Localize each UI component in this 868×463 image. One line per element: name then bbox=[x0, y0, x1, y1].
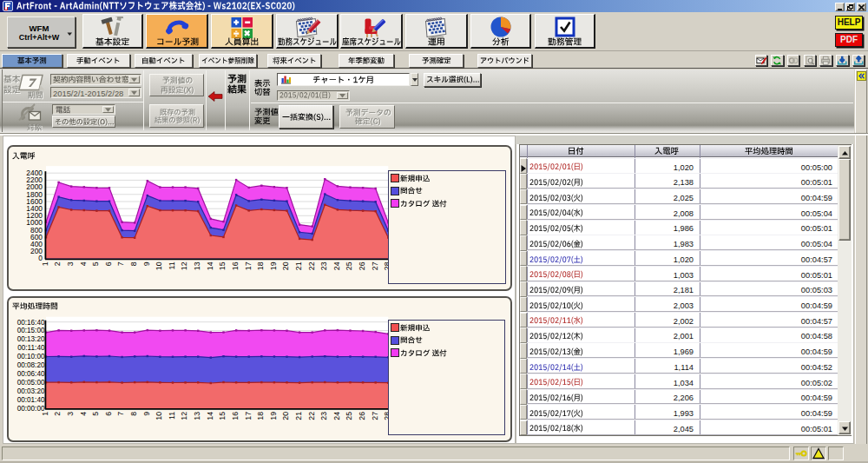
svg-text:8: 8 bbox=[129, 412, 138, 416]
svg-text:13: 13 bbox=[193, 412, 201, 420]
svg-text:00:16:40: 00:16:40 bbox=[17, 319, 45, 327]
svg-text:15: 15 bbox=[218, 412, 227, 420]
svg-text:11: 11 bbox=[168, 412, 176, 420]
svg-text:00:15:00: 00:15:00 bbox=[17, 327, 45, 334]
svg-text:23: 23 bbox=[319, 412, 328, 420]
svg-text:00:13:20: 00:13:20 bbox=[17, 335, 45, 343]
svg-text:12: 12 bbox=[180, 412, 188, 420]
svg-text:00:11:40: 00:11:40 bbox=[17, 344, 45, 352]
svg-text:3: 3 bbox=[66, 412, 75, 416]
svg-text:16: 16 bbox=[231, 412, 240, 420]
svg-text:26: 26 bbox=[358, 412, 366, 420]
svg-text:24: 24 bbox=[332, 412, 341, 420]
svg-text:19: 19 bbox=[269, 412, 278, 420]
svg-text:00:06:40: 00:06:40 bbox=[17, 370, 45, 378]
svg-text:2: 2 bbox=[53, 412, 62, 416]
svg-text:6: 6 bbox=[104, 412, 113, 416]
svg-text:17: 17 bbox=[244, 412, 253, 420]
svg-text:4: 4 bbox=[79, 412, 88, 416]
svg-text:00:05:00: 00:05:00 bbox=[17, 379, 45, 387]
svg-text:00:08:20: 00:08:20 bbox=[17, 361, 45, 369]
svg-text:18: 18 bbox=[256, 412, 265, 420]
svg-text:00:01:40: 00:01:40 bbox=[17, 396, 45, 404]
svg-text:27: 27 bbox=[371, 412, 379, 420]
svg-text:25: 25 bbox=[345, 412, 353, 420]
svg-text:9: 9 bbox=[142, 412, 151, 416]
svg-text:00:10:00: 00:10:00 bbox=[17, 353, 45, 360]
svg-text:20: 20 bbox=[281, 412, 290, 420]
svg-text:7: 7 bbox=[116, 412, 125, 416]
svg-text:5: 5 bbox=[91, 412, 100, 416]
svg-text:22: 22 bbox=[307, 412, 316, 420]
svg-text:1: 1 bbox=[41, 412, 49, 416]
svg-text:21: 21 bbox=[294, 412, 303, 420]
svg-text:10: 10 bbox=[155, 412, 163, 420]
svg-text:00:00:00: 00:00:00 bbox=[17, 405, 45, 413]
svg-text:00:03:20: 00:03:20 bbox=[17, 387, 45, 395]
svg-text:14: 14 bbox=[206, 412, 214, 420]
